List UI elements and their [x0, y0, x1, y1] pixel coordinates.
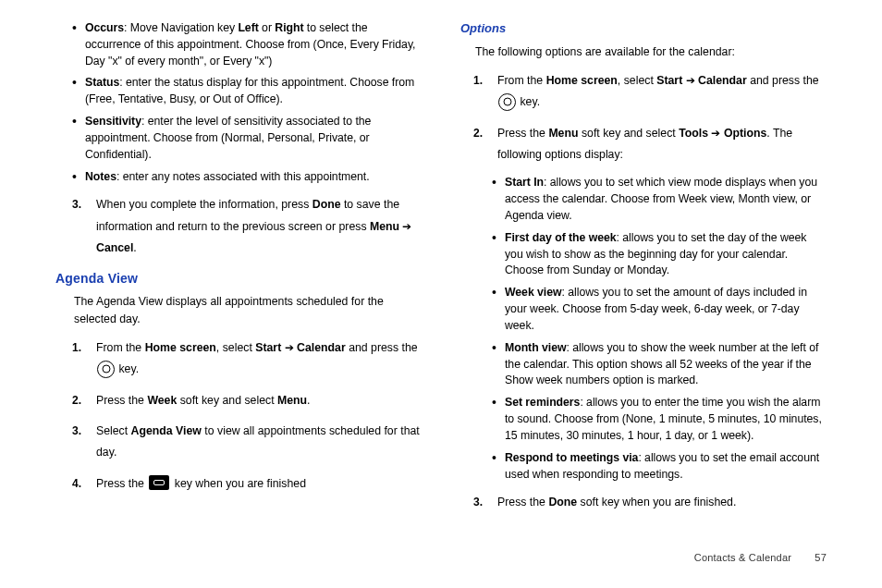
step-text: and press the [346, 341, 418, 354]
step-text: Press the [96, 477, 147, 490]
step-text: . [307, 394, 310, 407]
step-text: soft key when you are finished. [577, 496, 736, 508]
item-text: : enter the status display for this appo… [85, 76, 414, 105]
step-text: . [133, 241, 136, 254]
columns: Occurs: Move Navigation key Left or Righ… [55, 20, 827, 523]
softkey-name: Menu [370, 220, 399, 233]
menu-name: Calendar [698, 74, 747, 87]
step-text: soft key and select [578, 127, 679, 140]
step-item: Press the key when you are finished [80, 473, 423, 495]
item-label: Start In [505, 176, 544, 189]
key-name: Right [275, 21, 303, 34]
softkey-name: Cancel [96, 241, 133, 254]
item-text: or [259, 21, 276, 34]
item-label: Status [85, 76, 119, 89]
item-label: Occurs [85, 21, 124, 34]
step-text: Press the [497, 127, 548, 140]
step-item: Select Agenda View to view all appointme… [80, 421, 423, 464]
step-item: From the Home screen, select Start ➔ Cal… [481, 70, 825, 114]
item-text: : enter any notes associated with this a… [116, 170, 370, 183]
arrow-icon: ➔ [281, 341, 297, 354]
ok-key-icon [498, 93, 516, 111]
menu-name: Menu [277, 394, 307, 407]
step-text: soft key and select [177, 394, 277, 407]
item-label: First day of the week [505, 231, 617, 244]
step-item: From the Home screen, select Start ➔ Cal… [80, 337, 423, 381]
ok-key-icon [97, 361, 115, 378]
softkey-name: Menu [548, 127, 578, 140]
footer-section: Contacts & Calendar [694, 552, 791, 563]
item-label: Month view [505, 341, 566, 354]
options-list: Start In: allows you to set which view m… [457, 175, 825, 483]
list-item: Notes: enter any notes associated with t… [76, 169, 423, 186]
options-steps: From the Home screen, select Start ➔ Cal… [457, 70, 825, 165]
screen-name: Home screen [546, 74, 618, 87]
menu-name: Start [255, 341, 281, 354]
item-label: Respond to meetings via [505, 451, 638, 464]
key-name: Left [238, 21, 258, 34]
item-label: Sensitivity [85, 115, 141, 128]
page: Occurs: Move Navigation key Left or Righ… [0, 0, 882, 588]
item-label: Set reminders [505, 396, 580, 409]
screen-name: Home screen [145, 341, 216, 354]
step-item: When you complete the information, press… [80, 194, 423, 259]
page-footer: Contacts & Calendar 57 [694, 551, 827, 566]
step-text: and press the [747, 74, 819, 87]
arrow-icon: ➔ [399, 220, 411, 233]
list-item: Respond to meetings via: allows you to s… [496, 450, 825, 484]
list-item: First day of the week: allows you to set… [496, 230, 825, 279]
list-item: Start In: allows you to set which view m… [496, 175, 825, 224]
right-column: Options The following options are availa… [457, 20, 825, 523]
step-text: Press the [96, 394, 147, 407]
step-text: From the [497, 74, 546, 87]
paragraph: The Agenda View displays all appointment… [74, 293, 423, 328]
list-item: Week view: allows you to set the amount … [496, 285, 825, 334]
field-description-list: Occurs: Move Navigation key Left or Righ… [55, 20, 423, 185]
step-text: , select [216, 341, 255, 354]
step-item: Press the Menu soft key and select Tools… [481, 123, 825, 166]
step-list-continued: When you complete the information, press… [55, 194, 423, 259]
step-text: key. [517, 95, 540, 108]
list-item: Set reminders: allows you to enter the t… [496, 395, 825, 444]
item-text: : Move Navigation key [124, 21, 238, 34]
subsection-heading-options: Options [460, 20, 825, 38]
step-text: When you complete the information, press [96, 198, 312, 211]
arrow-icon: ➔ [682, 74, 698, 87]
step-text: Select [96, 424, 131, 437]
menu-name: Agenda View [131, 424, 202, 437]
list-item: Occurs: Move Navigation key Left or Righ… [76, 20, 423, 69]
menu-name: Start [656, 74, 682, 87]
softkey-name: Done [548, 496, 577, 508]
item-text: : allows you to set which view mode disp… [505, 176, 817, 222]
arrow-icon: ➔ [708, 127, 724, 140]
menu-name: Calendar [297, 341, 346, 354]
softkey-name: Done [312, 198, 341, 211]
list-item: Sensitivity: enter the level of sensitiv… [76, 114, 423, 163]
section-heading-agenda-view: Agenda View [55, 269, 423, 288]
list-item: Month view: allows you to show the week … [496, 340, 825, 389]
item-label: Notes [85, 170, 116, 183]
page-number: 57 [815, 552, 827, 563]
step-text: key. [116, 362, 139, 375]
step-text: From the [96, 341, 145, 354]
end-key-icon [149, 475, 169, 490]
agenda-view-steps: From the Home screen, select Start ➔ Cal… [55, 337, 423, 495]
step-text: , select [618, 74, 656, 87]
menu-name: Tools [679, 127, 708, 140]
item-label: Week view [505, 286, 562, 299]
options-steps-continued: Press the Done soft key when you are fin… [457, 492, 825, 513]
step-text: key when you are finished [171, 477, 306, 490]
step-text: Press the [497, 496, 548, 508]
paragraph: The following options are available for … [475, 43, 825, 61]
left-column: Occurs: Move Navigation key Left or Righ… [55, 20, 423, 523]
step-item: Press the Week soft key and select Menu. [80, 390, 423, 411]
step-item: Press the Done soft key when you are fin… [481, 492, 825, 513]
list-item: Status: enter the status display for thi… [76, 75, 423, 108]
softkey-name: Week [147, 394, 177, 407]
menu-name: Options [724, 127, 766, 140]
